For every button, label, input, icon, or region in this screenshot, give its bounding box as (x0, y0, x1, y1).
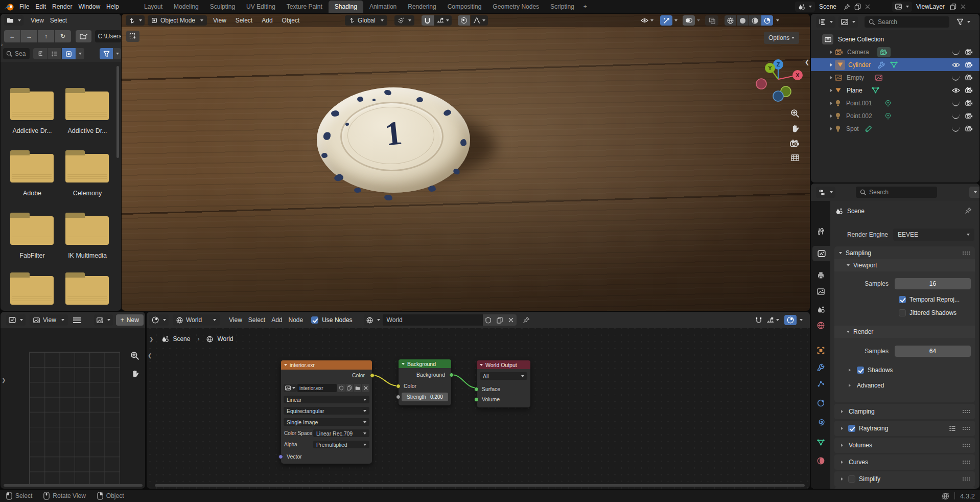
file-select-menu[interactable]: Select (47, 17, 70, 24)
pin-scene-icon[interactable] (844, 4, 850, 10)
object-label[interactable]: Camera (847, 49, 869, 56)
world-name-field[interactable]: World (383, 314, 483, 326)
node-environment-texture[interactable]: interior.exr Color interior.exr Linear E… (281, 360, 372, 464)
node-background[interactable]: Background Background Color Strength 0.2… (399, 359, 451, 405)
breadcrumb-toggle-icon[interactable]: ❯ (149, 336, 153, 342)
network-offline-icon[interactable] (942, 492, 949, 500)
navigation-gizmo[interactable]: Z Y X (750, 51, 806, 107)
folder-label[interactable]: IK Multimedia (59, 252, 115, 259)
camera-view-icon[interactable] (790, 140, 800, 147)
tab-uv-editing[interactable]: UV Editing (241, 1, 281, 13)
region-toggle-icon[interactable]: ❮ (148, 353, 152, 358)
select-menu[interactable]: Select (232, 17, 255, 24)
hide-viewport-icon[interactable] (952, 127, 960, 132)
outliner-row-spot[interactable]: Spot (811, 122, 979, 135)
pin-id-icon[interactable] (965, 207, 972, 214)
folder-item[interactable] (65, 92, 109, 120)
gizmo-dropdown[interactable] (674, 19, 678, 21)
filter-toggle-button[interactable] (100, 48, 113, 59)
surface-input-socket[interactable] (474, 387, 479, 392)
tab-world[interactable] (812, 317, 829, 333)
node-header[interactable]: interior.exr (281, 360, 372, 370)
jittered-shadows-checkbox[interactable] (899, 309, 906, 316)
zoom-icon[interactable] (790, 109, 799, 118)
show-overlays-button[interactable] (683, 15, 695, 26)
tab-output[interactable] (812, 267, 829, 283)
fake-user-button[interactable] (337, 384, 345, 392)
tab-animation[interactable]: Animation (364, 1, 402, 13)
tab-texture-paint[interactable]: Texture Paint (282, 1, 328, 13)
viewlayer-browse-dropdown[interactable] (892, 2, 912, 12)
properties-display-dropdown[interactable] (816, 187, 835, 198)
viewport-editor-type-dropdown[interactable] (126, 15, 145, 26)
scene-collection-row[interactable]: Scene Collection (811, 33, 979, 45)
folder-item[interactable] (10, 154, 54, 182)
outliner-row-point002[interactable]: Point.002 (811, 109, 979, 122)
snap-settings-dropdown[interactable] (434, 15, 452, 26)
file-search-input[interactable]: Sea (3, 48, 30, 59)
tab-sculpting[interactable]: Sculpting (205, 1, 240, 13)
zoom-icon[interactable] (130, 351, 139, 360)
display-thumbnails-button[interactable] (62, 48, 76, 59)
perspective-grid-icon[interactable] (790, 154, 800, 162)
node-view-menu[interactable]: View (226, 316, 245, 324)
mode-dropdown[interactable]: Object Mode (148, 15, 207, 26)
sidebar-toggle-icon[interactable]: ❮ (805, 59, 809, 65)
tab-shading[interactable]: Shading (329, 1, 363, 13)
scene-browse-dropdown[interactable] (795, 2, 815, 12)
horizontal-scrollbar[interactable] (4, 484, 143, 487)
image-name-field[interactable]: interior.exr (297, 384, 337, 392)
shading-rendered-button[interactable] (761, 15, 773, 26)
disable-render-icon[interactable] (965, 112, 973, 119)
tab-view-layer[interactable] (812, 284, 829, 299)
hide-viewport-icon[interactable] (952, 114, 960, 119)
panel-grip-icon[interactable] (962, 409, 970, 414)
unlink-image-button[interactable] (362, 384, 369, 392)
new-scene-icon[interactable] (854, 4, 861, 10)
tab-modifiers[interactable] (812, 359, 829, 375)
overlays-dropdown[interactable] (800, 319, 803, 321)
forward-button[interactable]: → (21, 30, 37, 42)
viewlayer-name[interactable]: ViewLayer (916, 3, 945, 10)
proportional-editing-button[interactable] (458, 15, 470, 26)
outliner-row-camera[interactable]: Camera (811, 45, 979, 58)
duplicate-world-button[interactable] (494, 314, 505, 326)
outliner-row-cylinder[interactable]: Cylinder (811, 58, 979, 71)
advanced-row[interactable]: Advanced (834, 380, 975, 391)
shader-type-dropdown[interactable]: World (173, 314, 220, 326)
disable-render-icon[interactable] (965, 125, 973, 132)
view-menu[interactable]: View (210, 17, 229, 24)
panel-grip-icon[interactable] (962, 426, 970, 430)
simplify-panel-header[interactable]: Simplify (834, 471, 975, 487)
folder-item[interactable] (65, 216, 109, 245)
add-workspace-button[interactable]: + (580, 1, 590, 13)
hide-viewport-icon[interactable] (952, 76, 960, 81)
folder-item[interactable] (65, 276, 109, 305)
horizontal-scrollbar[interactable] (155, 484, 805, 487)
region-toggle-icon[interactable]: ❯ (2, 377, 6, 383)
color-input-socket[interactable] (396, 384, 401, 389)
output-target-dropdown[interactable]: All (480, 372, 527, 380)
alpha-dropdown[interactable]: Premultiplied (313, 441, 369, 448)
folder-label[interactable]: Adobe (4, 190, 60, 197)
render-subpanel-header[interactable]: Render (834, 326, 975, 338)
menu-edit[interactable]: Edit (32, 3, 49, 10)
tab-geometry-nodes[interactable]: Geometry Nodes (487, 1, 544, 13)
filter-options-dropdown[interactable] (113, 48, 121, 59)
object-label[interactable]: Cylinder (848, 61, 871, 69)
new-viewlayer-icon[interactable] (950, 4, 956, 10)
source-dropdown[interactable]: Single Image (284, 418, 369, 426)
image-editor-type-dropdown[interactable] (6, 314, 26, 326)
shadows-checkbox[interactable] (857, 367, 864, 374)
panel-grip-icon[interactable] (962, 443, 970, 447)
toggle-xray-button[interactable] (705, 15, 718, 26)
breadcrumb-scene[interactable]: Scene (173, 335, 190, 343)
tab-modeling[interactable]: Modeling (169, 1, 204, 13)
folder-item[interactable] (10, 216, 54, 245)
transform-orientation-dropdown[interactable]: Global (345, 15, 387, 26)
refresh-button[interactable]: ↻ (55, 30, 71, 42)
unlink-world-button[interactable] (505, 314, 517, 326)
properties-search-input[interactable]: Search (856, 187, 937, 198)
browse-world-dropdown[interactable] (364, 314, 383, 326)
active-tool-button[interactable] (126, 31, 139, 42)
